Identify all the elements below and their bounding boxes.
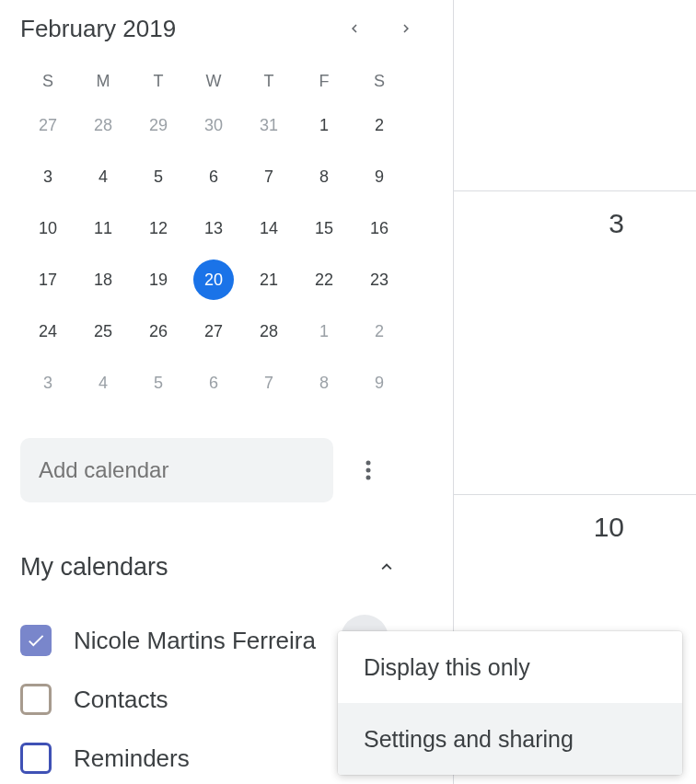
dow-cell: W [186,63,241,99]
mini-calendar-day[interactable]: 7 [241,357,296,409]
mini-calendar-day[interactable]: 18 [75,254,131,306]
mini-calendar-day[interactable]: 12 [131,202,186,254]
calendar-checkbox[interactable] [20,743,52,774]
mini-calendar: SMTWTFS 27282930311234567891011121314151… [20,63,407,409]
mini-calendar-day[interactable]: 21 [241,254,296,306]
dow-cell: F [296,63,352,99]
mini-calendar-day[interactable]: 2 [352,99,407,151]
mini-calendar-day[interactable]: 4 [75,357,131,409]
main-grid-date[interactable]: 3 [609,208,624,239]
dow-cell: S [352,63,407,99]
mini-calendar-day[interactable]: 17 [20,254,75,306]
mini-calendar-day[interactable]: 3 [20,357,75,409]
mini-calendar-day[interactable]: 30 [186,99,241,151]
dow-cell: T [131,63,186,99]
mini-calendar-day[interactable]: 27 [20,99,75,151]
dow-cell: S [20,63,75,99]
mini-calendar-day[interactable]: 28 [241,306,296,357]
mini-calendar-day[interactable]: 27 [186,306,241,357]
calendar-name: Nicole Martins Ferreira [74,627,316,655]
mini-calendar-day[interactable]: 8 [296,357,352,409]
mini-calendar-day[interactable]: 14 [241,202,296,254]
mini-calendar-day[interactable]: 15 [296,202,352,254]
dow-cell: T [241,63,296,99]
mini-calendar-day[interactable]: 8 [296,151,352,202]
menu-item-settings-sharing[interactable]: Settings and sharing [338,703,682,775]
mini-calendar-day[interactable]: 5 [131,151,186,202]
mini-calendar-day[interactable]: 26 [131,306,186,357]
mini-calendar-day[interactable]: 25 [75,306,131,357]
menu-item-display-only[interactable]: Display this only [338,631,682,703]
main-grid-cell[interactable]: 3 [454,190,696,494]
main-grid-date[interactable]: 10 [594,512,624,543]
prev-month-button[interactable] [337,11,372,46]
main-grid-cell[interactable] [454,0,696,190]
chevron-right-icon [398,20,414,37]
mini-calendar-day[interactable]: 20 [186,254,241,306]
mini-calendar-day[interactable]: 1 [296,99,352,151]
calendar-checkbox[interactable] [20,625,52,656]
calendar-checkbox[interactable] [20,684,52,715]
mini-calendar-day[interactable]: 19 [131,254,186,306]
more-vert-icon [365,459,371,481]
calendar-name: Contacts [74,686,168,714]
chevron-up-icon [377,557,397,577]
mini-calendar-day[interactable]: 13 [186,202,241,254]
mini-calendar-day[interactable]: 31 [241,99,296,151]
mini-calendar-day[interactable]: 3 [20,151,75,202]
svg-point-0 [366,461,371,466]
calendar-context-menu: Display this only Settings and sharing [338,631,682,775]
svg-point-2 [366,476,371,480]
mini-calendar-day[interactable]: 29 [131,99,186,151]
mini-calendar-day[interactable]: 6 [186,151,241,202]
mini-calendar-day[interactable]: 9 [352,151,407,202]
mini-calendar-day[interactable]: 6 [186,357,241,409]
mini-calendar-day[interactable]: 24 [20,306,75,357]
mini-calendar-day[interactable]: 28 [75,99,131,151]
next-month-button[interactable] [389,11,423,46]
mini-calendar-day[interactable]: 7 [241,151,296,202]
calendar-name: Reminders [74,744,190,773]
mini-calendar-day[interactable]: 23 [352,254,407,306]
my-calendars-heading[interactable]: My calendars [20,553,368,582]
mini-calendar-day[interactable]: 16 [352,202,407,254]
svg-point-1 [366,468,371,473]
add-calendar-input[interactable] [20,438,333,502]
check-icon [26,630,46,651]
mini-calendar-day[interactable]: 4 [75,151,131,202]
collapse-my-calendars-button[interactable] [368,548,405,585]
mini-calendar-day[interactable]: 11 [75,202,131,254]
month-label[interactable]: February 2019 [20,15,337,43]
mini-calendar-day[interactable]: 10 [20,202,75,254]
calendar-options-button[interactable] [350,452,387,489]
mini-calendar-day[interactable]: 22 [296,254,352,306]
chevron-left-icon [346,20,363,37]
mini-calendar-day[interactable]: 5 [131,357,186,409]
mini-calendar-day[interactable]: 9 [352,357,407,409]
mini-calendar-day[interactable]: 2 [352,306,407,357]
mini-calendar-day[interactable]: 1 [296,306,352,357]
dow-cell: M [75,63,131,99]
